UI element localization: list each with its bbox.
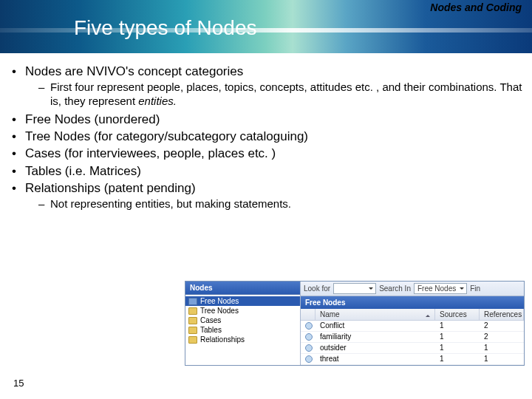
tree-item-cases[interactable]: Cases <box>185 316 300 325</box>
cell-name: familiarity <box>316 332 435 342</box>
bullet-text: Tree Nodes (for category/subcategory cat… <box>25 129 308 143</box>
cell-sources: 1 <box>435 354 480 364</box>
bullet-item: Tables (i.e. Matrices) <box>7 163 525 179</box>
node-icon <box>305 344 313 352</box>
search-in-label: Search In <box>379 284 411 293</box>
emphasis-text: entities. <box>138 95 177 107</box>
find-label: Fin <box>470 284 480 293</box>
sub-bullet-text: Not representing entities, but making st… <box>50 197 291 210</box>
search-toolbar: Look for Search In Free Nodes Fin <box>301 282 524 296</box>
cell-refs: 2 <box>480 321 524 331</box>
table-row[interactable]: Conflict 1 2 <box>301 321 524 332</box>
tree-item-label: Tables <box>200 326 222 334</box>
bullet-text: Tables (i.e. Matrices) <box>25 164 141 178</box>
tree-item-label: Relationships <box>200 335 245 344</box>
cell-refs: 1 <box>480 354 524 364</box>
nav-panel-title: Nodes <box>185 282 300 295</box>
bullet-text: Cases (for interviewees, people, places … <box>25 146 276 160</box>
bullet-item: Cases (for interviewees, people, places … <box>7 146 525 161</box>
slide-title: Five types of Nodes <box>74 16 256 40</box>
col-label: Name <box>320 310 340 318</box>
bullet-text: Free Nodes (unordered) <box>25 112 160 126</box>
node-icon <box>305 333 313 341</box>
bullet-item: Nodes are NVIVO's concept categories Fir… <box>7 64 525 109</box>
tree-item-free-nodes[interactable]: Free Nodes <box>185 296 300 306</box>
cell-name: threat <box>316 354 435 364</box>
detail-panel: Look for Search In Free Nodes Fin Free N… <box>300 282 524 365</box>
folder-icon <box>188 298 197 305</box>
cell-name: outsider <box>316 343 435 353</box>
cell-sources: 1 <box>435 343 480 353</box>
folder-icon <box>188 336 197 344</box>
tree-item-label: Tree Nodes <box>200 307 239 315</box>
look-for-dropdown[interactable] <box>333 283 376 294</box>
embedded-screenshot: Nodes Free Nodes Tree Nodes Cases Tables… <box>185 281 525 366</box>
bullet-text: Relationships (patent pending) <box>25 181 196 195</box>
tree-item-label: Free Nodes <box>200 297 239 305</box>
sub-bullet-text: First four represent people, places, top… <box>50 81 522 107</box>
column-headers: Name Sources References <box>301 309 524 321</box>
tree-item-label: Cases <box>200 316 221 324</box>
cell-sources: 1 <box>435 321 480 331</box>
folder-icon <box>188 307 197 315</box>
nav-tree: Free Nodes Tree Nodes Cases Tables Relat… <box>185 295 300 365</box>
bullet-text: Nodes are NVIVO's concept categories <box>25 64 243 78</box>
node-icon <box>305 355 313 363</box>
cell-refs: 2 <box>480 332 524 342</box>
slide-header: Nodes and Coding Five types of Nodes <box>0 0 532 53</box>
col-header-sources[interactable]: Sources <box>435 309 480 320</box>
table-body: Conflict 1 2 familiarity 1 2 outsider 1 … <box>301 321 524 365</box>
bullet-item: Relationships (patent pending) Not repre… <box>7 180 525 211</box>
tree-item-tables[interactable]: Tables <box>185 325 300 335</box>
bullet-item: Tree Nodes (for category/subcategory cat… <box>7 129 525 144</box>
table-row[interactable]: threat 1 1 <box>301 354 524 365</box>
look-for-label: Look for <box>304 284 330 293</box>
cell-sources: 1 <box>435 332 480 342</box>
slide-body: Nodes are NVIVO's concept categories Fir… <box>0 53 532 211</box>
node-icon <box>305 322 313 330</box>
slide-number: 15 <box>13 378 24 389</box>
folder-icon <box>188 327 197 334</box>
sub-bullet-item: First four represent people, places, top… <box>25 81 525 109</box>
search-in-dropdown[interactable]: Free Nodes <box>414 283 467 294</box>
tree-item-tree-nodes[interactable]: Tree Nodes <box>185 306 300 316</box>
sub-bullet-item: Not representing entities, but making st… <box>25 197 525 211</box>
tree-item-relationships[interactable]: Relationships <box>185 335 300 344</box>
col-header-name[interactable]: Name <box>316 309 435 320</box>
table-row[interactable]: familiarity 1 2 <box>301 332 524 343</box>
col-header-icon[interactable] <box>301 309 316 320</box>
detail-panel-title: Free Nodes <box>301 296 524 309</box>
nav-panel: Nodes Free Nodes Tree Nodes Cases Tables… <box>185 282 300 365</box>
cell-name: Conflict <box>316 321 435 331</box>
cell-refs: 1 <box>480 343 524 353</box>
sort-indicator-icon <box>426 313 430 317</box>
bullet-item: Free Nodes (unordered) <box>7 112 525 127</box>
col-header-references[interactable]: References <box>480 309 524 320</box>
table-row[interactable]: outsider 1 1 <box>301 343 524 354</box>
folder-icon <box>188 317 197 324</box>
section-label: Nodes and Coding <box>430 1 522 13</box>
